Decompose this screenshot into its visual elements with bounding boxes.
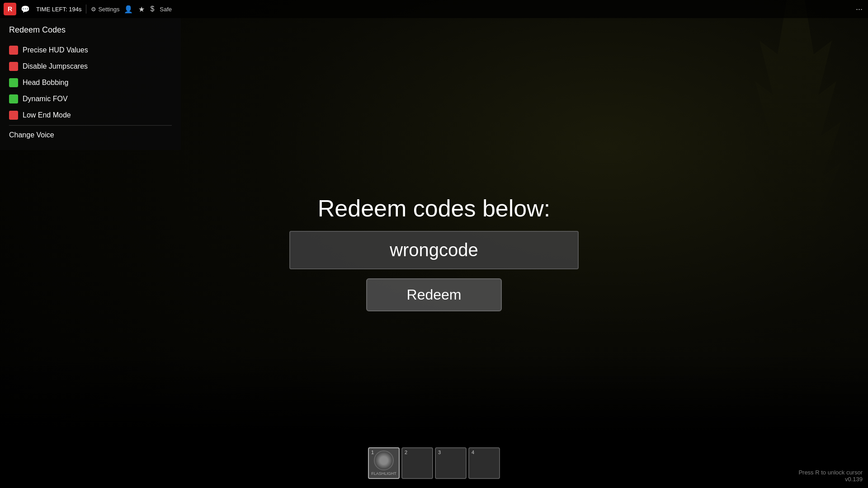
redeem-code-input[interactable] xyxy=(289,231,579,269)
topbar-divider xyxy=(86,5,86,14)
timer-label: TIME LEFT: 194s xyxy=(36,6,81,13)
chat-icon[interactable]: 💬 xyxy=(19,3,32,15)
low-end-mode-label: Low End Mode xyxy=(23,111,71,119)
dollar-icon[interactable]: $ xyxy=(150,5,154,13)
disable-jumpscares-label: Disable Jumpscares xyxy=(23,62,88,70)
redeem-panel: Redeem codes below: Redeem xyxy=(289,195,579,311)
sidebar-item-dynamic-fov[interactable]: Dynamic FOV xyxy=(9,91,172,107)
hotbar: 1 FLASHLIGHT 2 3 4 xyxy=(368,447,500,479)
dynamic-fov-toggle[interactable] xyxy=(9,94,18,103)
flashlight-icon xyxy=(374,450,394,470)
head-bobbing-label: Head Bobbing xyxy=(23,79,68,87)
sidebar-item-head-bobbing[interactable]: Head Bobbing xyxy=(9,75,172,91)
hotbar-slot-3-number: 3 xyxy=(438,450,441,455)
sidebar-item-precise-hud[interactable]: Precise HUD Values xyxy=(9,42,172,58)
dynamic-fov-label: Dynamic FOV xyxy=(23,95,68,103)
precise-hud-toggle[interactable] xyxy=(9,46,18,55)
hotbar-slot-3[interactable]: 3 xyxy=(435,447,467,479)
more-options-button[interactable]: ··· xyxy=(856,5,863,14)
settings-label: Settings xyxy=(98,6,119,13)
topbar-icons: 👤 ★ $ Safe xyxy=(124,5,172,14)
head-bobbing-toggle[interactable] xyxy=(9,78,18,87)
hotbar-slot-1-label: FLASHLIGHT xyxy=(371,471,396,476)
hotbar-slot-1[interactable]: 1 FLASHLIGHT xyxy=(368,447,400,479)
roblox-logo[interactable]: R xyxy=(4,3,16,15)
hotbar-slot-4[interactable]: 4 xyxy=(468,447,500,479)
star-icon[interactable]: ★ xyxy=(138,5,145,14)
topbar: R 💬 TIME LEFT: 194s ⚙ Settings 👤 ★ $ Saf… xyxy=(0,0,868,18)
sidebar-item-change-voice[interactable]: Change Voice xyxy=(9,127,172,143)
hotbar-slot-2[interactable]: 2 xyxy=(401,447,433,479)
redeem-title: Redeem codes below: xyxy=(318,195,551,222)
low-end-mode-toggle[interactable] xyxy=(9,111,18,120)
settings-gear-icon: ⚙ xyxy=(91,6,96,13)
sidebar-item-disable-jumpscares[interactable]: Disable Jumpscares xyxy=(9,58,172,75)
settings-sidebar: Redeem Codes Precise HUD Values Disable … xyxy=(0,18,181,150)
sidebar-title: Redeem Codes xyxy=(9,25,172,35)
change-voice-label: Change Voice xyxy=(9,131,54,139)
sidebar-separator xyxy=(9,125,172,126)
hotbar-slot-4-number: 4 xyxy=(472,450,474,455)
profile-icon[interactable]: 👤 xyxy=(124,5,133,14)
hotbar-slot-1-number: 1 xyxy=(371,450,374,455)
hotbar-slot-2-number: 2 xyxy=(405,450,407,455)
redeem-button[interactable]: Redeem xyxy=(366,278,502,311)
version-label: v0.139 xyxy=(798,476,863,483)
bottom-right-info: Press R to unlock cursor v0.139 xyxy=(798,469,863,483)
cursor-hint: Press R to unlock cursor xyxy=(798,469,863,476)
settings-button[interactable]: ⚙ Settings xyxy=(91,6,119,13)
precise-hud-label: Precise HUD Values xyxy=(23,46,88,54)
sidebar-item-low-end-mode[interactable]: Low End Mode xyxy=(9,107,172,123)
disable-jumpscares-toggle[interactable] xyxy=(9,62,18,71)
safe-label: Safe xyxy=(160,6,172,13)
